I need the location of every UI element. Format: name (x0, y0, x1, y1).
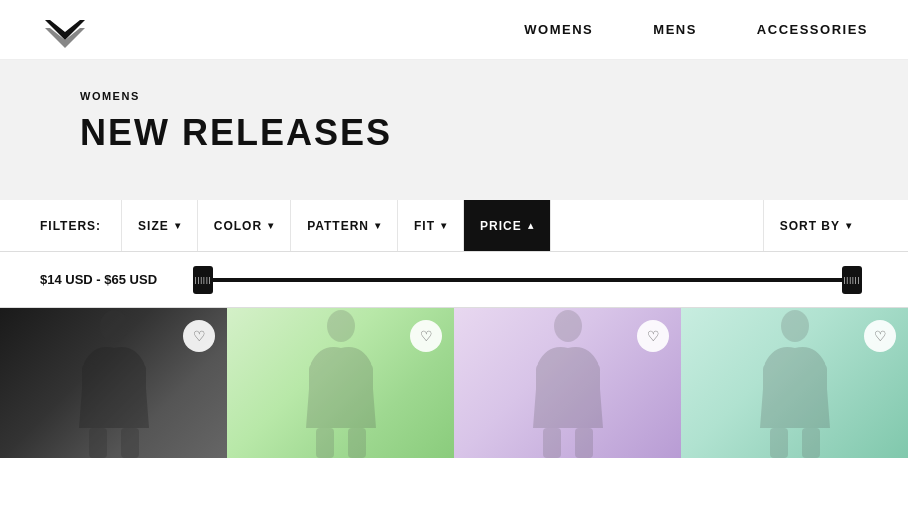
svg-rect-9 (359, 363, 373, 413)
price-slider[interactable]: ||| ||| (203, 278, 852, 282)
filter-fit-button[interactable]: FIT ▾ (398, 200, 464, 251)
wishlist-button[interactable]: ♡ (183, 320, 215, 352)
heart-icon: ♡ (193, 328, 206, 344)
svg-point-7 (327, 310, 355, 342)
wishlist-button[interactable]: ♡ (637, 320, 669, 352)
product-card[interactable]: ♡ (454, 308, 681, 458)
filter-color-button[interactable]: COLOR ▾ (198, 200, 291, 251)
filter-bar: FILTERS: SIZE ▾ COLOR ▾ PATTERN ▾ FIT ▾ … (0, 200, 908, 252)
filter-pattern-button[interactable]: PATTERN ▾ (291, 200, 398, 251)
hero-section: WOMENS NEW RELEASES (0, 60, 908, 200)
wishlist-button[interactable]: ♡ (864, 320, 896, 352)
breadcrumb: WOMENS (80, 90, 868, 102)
page-title: NEW RELEASES (80, 112, 868, 154)
heart-icon: ♡ (874, 328, 887, 344)
slider-track (203, 278, 852, 282)
nav-mens[interactable]: MENS (653, 22, 697, 37)
filter-size-label: SIZE (138, 219, 169, 233)
svg-rect-3 (82, 363, 96, 413)
product-card[interactable]: ♡ (227, 308, 454, 458)
filter-price-button[interactable]: PRICE ▴ (464, 200, 551, 251)
svg-rect-8 (309, 363, 323, 413)
product-card[interactable]: ♡ (0, 308, 227, 458)
svg-point-17 (781, 310, 809, 342)
nav-accessories[interactable]: ACCESSORIES (757, 22, 868, 37)
svg-rect-15 (543, 428, 561, 458)
svg-point-12 (554, 310, 582, 342)
svg-rect-16 (575, 428, 593, 458)
chevron-down-icon: ▾ (846, 220, 852, 231)
chevron-down-icon: ▾ (268, 220, 274, 231)
header: WOMENS MENS ACCESSORIES (0, 0, 908, 60)
chevron-down-icon: ▾ (375, 220, 381, 231)
logo[interactable] (40, 12, 90, 48)
filter-pattern-label: PATTERN (307, 219, 369, 233)
sort-by-label: SORT BY (780, 219, 840, 233)
svg-rect-4 (132, 363, 146, 413)
svg-rect-11 (348, 428, 366, 458)
svg-rect-10 (316, 428, 334, 458)
product-card[interactable]: ♡ (681, 308, 908, 458)
chevron-up-icon: ▴ (528, 220, 534, 231)
svg-rect-6 (121, 428, 139, 458)
svg-rect-20 (770, 428, 788, 458)
sort-by-button[interactable]: SORT BY ▾ (763, 200, 868, 251)
heart-icon: ♡ (420, 328, 433, 344)
slider-handle-max: ||| (844, 276, 852, 283)
chevron-down-icon: ▾ (175, 220, 181, 231)
slider-thumb-max[interactable]: ||| (842, 266, 862, 294)
slider-handle-min: ||| (195, 276, 203, 283)
wishlist-button[interactable]: ♡ (410, 320, 442, 352)
price-range-display: $14 USD - $65 USD (40, 272, 157, 287)
chevron-down-icon: ▾ (441, 220, 447, 231)
svg-rect-19 (813, 363, 827, 413)
filter-fit-label: FIT (414, 219, 435, 233)
svg-rect-5 (89, 428, 107, 458)
filter-size-button[interactable]: SIZE ▾ (121, 200, 198, 251)
slider-thumb-min[interactable]: ||| (193, 266, 213, 294)
filter-price-label: PRICE (480, 219, 522, 233)
svg-rect-18 (763, 363, 777, 413)
svg-rect-13 (536, 363, 550, 413)
heart-icon: ♡ (647, 328, 660, 344)
svg-rect-21 (802, 428, 820, 458)
product-grid: ♡ ♡ (0, 308, 908, 458)
main-nav: WOMENS MENS ACCESSORIES (524, 22, 868, 37)
nav-womens[interactable]: WOMENS (524, 22, 593, 37)
filters-label: FILTERS: (40, 219, 101, 233)
svg-rect-14 (586, 363, 600, 413)
svg-point-2 (100, 310, 128, 342)
price-panel: $14 USD - $65 USD ||| ||| (0, 252, 908, 308)
filter-color-label: COLOR (214, 219, 262, 233)
